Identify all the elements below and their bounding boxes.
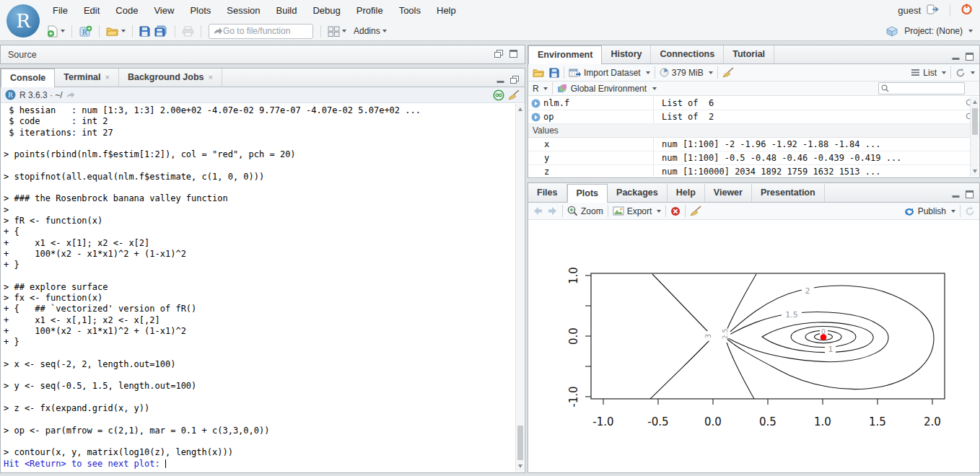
export-plot-button[interactable]: Export xyxy=(613,206,662,216)
import-dataset-button[interactable]: Import Dataset xyxy=(569,68,650,78)
svg-text:2.5: 2.5 xyxy=(721,328,729,339)
previous-plot-button[interactable] xyxy=(533,206,543,216)
tab-packages[interactable]: Packages xyxy=(608,184,668,202)
scroll-up-arrow[interactable] xyxy=(518,107,522,111)
refresh-environment-button[interactable] xyxy=(955,68,975,78)
console-line: > stopifnot(all.equal(nlm.f$estimate, c(… xyxy=(4,172,515,182)
close-tab-icon[interactable]: × xyxy=(105,69,109,87)
scroll-down-arrow[interactable] xyxy=(973,169,977,173)
scrollbar-thumb[interactable] xyxy=(972,108,978,135)
open-file-button[interactable] xyxy=(104,22,128,40)
import-dataset-label: Import Dataset xyxy=(584,68,641,78)
clear-environment-broom-icon[interactable] xyxy=(722,67,735,78)
memory-usage-button[interactable]: 379 MiB xyxy=(660,68,713,78)
tab-tutorial[interactable]: Tutorial xyxy=(724,45,774,63)
new-file-button[interactable] xyxy=(45,22,67,40)
env-row-y[interactable]: y num [1:100] -0.5 -0.48 -0.46 -0.439 -0… xyxy=(528,151,979,165)
console-scrollbar[interactable] xyxy=(515,104,524,472)
environment-scrollbar[interactable] xyxy=(970,97,979,177)
console-line: + 100*(x2 - x1*x1)^2 + (1-x1)^2 xyxy=(4,326,515,337)
maximize-pane-icon[interactable] xyxy=(966,50,974,63)
tab-connections[interactable]: Connections xyxy=(651,45,724,63)
tab-background-jobs[interactable]: Background Jobs× xyxy=(119,69,222,87)
menu-file[interactable]: File xyxy=(45,0,76,21)
sign-out-icon[interactable] xyxy=(927,4,940,17)
menu-tools[interactable]: Tools xyxy=(391,0,429,21)
menu-build[interactable]: Build xyxy=(268,0,305,21)
goto-file-search[interactable] xyxy=(209,24,313,39)
menu-help[interactable]: Help xyxy=(429,0,464,21)
minimize-pane-icon[interactable] xyxy=(496,74,504,87)
console-output[interactable]: $ hessian : num [1:3, 1:3] 2.00e+02 -4.0… xyxy=(1,104,515,472)
display-mode-button[interactable]: List xyxy=(911,68,946,78)
tab-plots[interactable]: Plots xyxy=(567,184,608,203)
tab-terminal[interactable]: Terminal× xyxy=(55,69,119,87)
env-row-nlm-f[interactable]: nlm.f List of 6 xyxy=(528,97,979,110)
remove-plot-button[interactable] xyxy=(670,206,681,216)
publish-plot-button[interactable]: Publish xyxy=(904,206,955,216)
env-row-z[interactable]: z num [1:10000] 2034 1892 1759 1632 1513… xyxy=(528,165,979,179)
scroll-down-arrow[interactable] xyxy=(518,464,522,468)
power-quit-icon[interactable] xyxy=(961,3,973,18)
scroll-up-arrow[interactable] xyxy=(973,100,977,104)
language-selector[interactable]: R xyxy=(533,84,548,94)
save-workspace-button[interactable] xyxy=(549,68,559,78)
minimum-point-marker xyxy=(821,334,827,340)
refresh-plot-button[interactable] xyxy=(965,206,975,216)
print-button[interactable] xyxy=(180,22,196,40)
env-row-x[interactable]: x num [1:100] -2 -1.96 -1.92 -1.88 -1.84… xyxy=(528,138,979,151)
source-pane-header[interactable]: Source xyxy=(0,45,525,64)
goto-file-input[interactable] xyxy=(223,26,302,36)
tab-environment[interactable]: Environment xyxy=(528,45,602,64)
goto-directory-icon[interactable] xyxy=(66,91,76,99)
expand-object-icon[interactable] xyxy=(531,113,541,122)
svg-text:0.5: 0.5 xyxy=(759,415,776,428)
tab-presentation[interactable]: Presentation xyxy=(752,184,825,202)
save-all-button[interactable] xyxy=(152,22,170,40)
next-plot-button[interactable] xyxy=(547,206,558,216)
menu-profile[interactable]: Profile xyxy=(349,0,391,21)
x-axis-tick-labels: -1.0 -0.5 0.0 0.5 1.0 1.5 2.0 xyxy=(592,415,941,428)
tab-files[interactable]: Files xyxy=(528,184,567,202)
menu-session[interactable]: Session xyxy=(219,0,268,21)
session-status-icon[interactable] xyxy=(493,89,504,101)
clear-plots-broom-icon[interactable] xyxy=(690,206,702,216)
env-row-op[interactable]: op List of 2 xyxy=(528,110,979,124)
pane-layout-button[interactable] xyxy=(325,22,349,40)
console-line: + } xyxy=(4,337,515,348)
tab-viewer[interactable]: Viewer xyxy=(705,184,752,202)
save-button[interactable] xyxy=(137,22,152,40)
menu-edit[interactable]: Edit xyxy=(76,0,108,21)
new-project-button[interactable]: R xyxy=(76,22,95,40)
console-line: + x1 <- x[1]; x2 <- x[2] xyxy=(4,238,515,249)
x-axis-ticks xyxy=(603,399,932,405)
maximize-pane-icon[interactable] xyxy=(966,188,974,201)
plots-tabbar: Files Plots Packages Help Viewer Present… xyxy=(528,183,979,203)
close-tab-icon[interactable]: × xyxy=(209,69,213,87)
environment-search-input[interactable] xyxy=(889,84,961,93)
project-label: Project: (None) xyxy=(904,26,963,36)
menu-debug[interactable]: Debug xyxy=(305,0,348,21)
zoom-plot-button[interactable]: Zoom xyxy=(567,206,603,216)
maximize-pane-icon[interactable] xyxy=(509,50,517,60)
menu-view[interactable]: View xyxy=(146,0,182,21)
addins-button[interactable]: Addins xyxy=(349,22,389,40)
environment-scope-selector[interactable]: Global Environment xyxy=(557,84,657,94)
expand-object-icon[interactable] xyxy=(531,99,541,108)
menu-code[interactable]: Code xyxy=(108,0,146,21)
clear-console-broom-icon[interactable] xyxy=(508,89,520,100)
tab-history[interactable]: History xyxy=(602,45,651,63)
restore-pane-icon[interactable] xyxy=(510,74,519,87)
minimize-pane-icon[interactable] xyxy=(952,50,960,63)
tab-help[interactable]: Help xyxy=(668,184,705,202)
project-selector[interactable]: Project: (None) xyxy=(886,21,973,41)
svg-text:1.5: 1.5 xyxy=(869,415,886,428)
tab-console[interactable]: Console xyxy=(1,69,55,87)
menu-plots[interactable]: Plots xyxy=(182,0,219,21)
svg-text:2: 2 xyxy=(805,286,810,296)
restore-pane-icon[interactable] xyxy=(494,50,503,60)
scrollbar-thumb[interactable] xyxy=(517,426,523,460)
load-workspace-button[interactable] xyxy=(533,68,545,78)
minimize-pane-icon[interactable] xyxy=(952,188,960,201)
environment-search-box[interactable] xyxy=(878,82,965,94)
